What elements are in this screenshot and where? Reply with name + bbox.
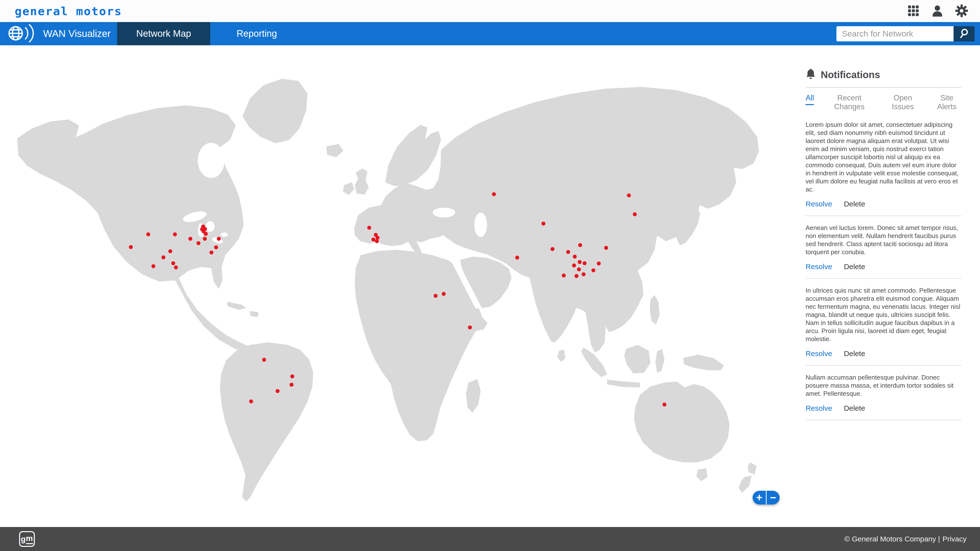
- delete-link[interactable]: Delete: [844, 200, 865, 208]
- site-marker[interactable]: [541, 222, 546, 225]
- site-marker[interactable]: [262, 358, 266, 362]
- site-marker[interactable]: [188, 237, 192, 241]
- divider: [805, 216, 961, 216]
- notification-item: In ultrices quis nunc sit amet commodo. …: [805, 286, 961, 365]
- zoom-in-button[interactable]: +: [752, 491, 766, 505]
- site-marker[interactable]: [597, 262, 601, 265]
- site-marker[interactable]: [290, 375, 294, 378]
- filter-site-alerts[interactable]: Site Alerts: [932, 94, 961, 113]
- zoom-out-button[interactable]: −: [766, 491, 780, 505]
- site-marker[interactable]: [367, 226, 371, 230]
- site-marker[interactable]: [627, 194, 631, 197]
- gm-logo-badge: gm: [19, 531, 35, 547]
- map-zoom-control: + −: [752, 491, 780, 505]
- site-marker[interactable]: [582, 272, 585, 276]
- app-title: WAN Visualizer: [43, 28, 111, 39]
- notification-text: Lorem ipsum dolor sit amet, consectetuer…: [805, 121, 961, 194]
- site-marker[interactable]: [173, 232, 177, 236]
- notifications-header: Notifications: [805, 68, 961, 81]
- site-marker[interactable]: [174, 265, 178, 269]
- apps-grid-icon: [907, 5, 920, 18]
- site-marker[interactable]: [566, 250, 570, 254]
- notification-item: Aenean vel luctus lorem. Donec sit amet …: [805, 224, 961, 279]
- user-icon: [931, 5, 944, 18]
- search-button[interactable]: [953, 26, 975, 41]
- resolve-link[interactable]: Resolve: [805, 262, 832, 271]
- delete-link[interactable]: Delete: [844, 404, 865, 412]
- app-navbar: WAN Visualizer Network Map Reporting: [0, 22, 980, 45]
- gm-wordmark[interactable]: general motors: [15, 5, 122, 18]
- filter-recent-changes[interactable]: Recent Changes: [825, 94, 873, 113]
- notifications-title: Notifications: [821, 69, 880, 80]
- network-search: [837, 22, 975, 45]
- site-marker[interactable]: [203, 237, 207, 241]
- privacy-link[interactable]: Privacy: [942, 535, 967, 543]
- site-marker[interactable]: [592, 268, 595, 272]
- globe-signal-icon: [7, 22, 37, 46]
- site-marker[interactable]: [550, 247, 554, 251]
- site-marker[interactable]: [275, 389, 280, 393]
- site-marker[interactable]: [492, 192, 496, 196]
- apps-grid-button[interactable]: [907, 5, 920, 18]
- site-marker[interactable]: [217, 237, 221, 241]
- site-marker[interactable]: [468, 326, 472, 329]
- footer-legal: © General Motors Company | Privacy: [845, 535, 967, 543]
- site-marker[interactable]: [210, 251, 213, 254]
- page-footer: gm © General Motors Company | Privacy: [0, 527, 980, 551]
- site-marker[interactable]: [146, 232, 150, 236]
- settings-button[interactable]: [955, 4, 968, 18]
- divider: [805, 365, 961, 365]
- divider: [805, 87, 961, 88]
- site-marker[interactable]: [151, 264, 155, 268]
- delete-link[interactable]: Delete: [844, 349, 865, 358]
- site-marker[interactable]: [161, 256, 165, 259]
- tab-network-map[interactable]: Network Map: [117, 22, 210, 45]
- resolve-link[interactable]: Resolve: [805, 404, 832, 412]
- site-marker[interactable]: [290, 383, 294, 387]
- tab-reporting[interactable]: Reporting: [210, 22, 303, 45]
- site-marker[interactable]: [633, 212, 637, 216]
- gm-logo-g: g: [21, 535, 26, 544]
- delete-link[interactable]: Delete: [844, 262, 865, 271]
- notification-filters: All Recent Changes Open Issues Site Aler…: [805, 94, 961, 113]
- site-marker[interactable]: [196, 241, 200, 245]
- site-marker[interactable]: [582, 261, 587, 265]
- notification-text: Aenean vel luctus lorem. Donec sit amet …: [805, 224, 961, 256]
- notification-text: In ultrices quis nunc sit amet commodo. …: [805, 286, 961, 343]
- site-marker[interactable]: [129, 245, 133, 249]
- search-input[interactable]: [837, 26, 953, 41]
- site-marker[interactable]: [604, 246, 608, 250]
- copyright-text: © General Motors Company |: [845, 535, 940, 543]
- app-brand: WAN Visualizer: [0, 22, 117, 45]
- site-marker[interactable]: [375, 239, 379, 243]
- site-marker[interactable]: [572, 264, 576, 267]
- site-marker[interactable]: [578, 243, 582, 247]
- site-marker[interactable]: [434, 294, 438, 298]
- notification-item: Nullam accumsan pellentesque pulvinar. D…: [805, 373, 961, 420]
- notifications-panel: Notifications All Recent Changes Open Is…: [805, 68, 961, 420]
- user-button[interactable]: [931, 5, 944, 18]
- site-marker[interactable]: [515, 256, 519, 260]
- site-marker[interactable]: [577, 267, 581, 272]
- notification-item: Lorem ipsum dolor sit amet, consectetuer…: [805, 121, 961, 216]
- filter-open-issues[interactable]: Open Issues: [885, 94, 921, 113]
- site-marker[interactable]: [214, 245, 218, 249]
- site-marker[interactable]: [204, 232, 208, 236]
- site-marker[interactable]: [171, 261, 175, 265]
- site-marker[interactable]: [574, 274, 578, 278]
- gear-icon: [955, 4, 968, 18]
- bell-icon: [805, 68, 816, 81]
- site-marker[interactable]: [573, 255, 577, 259]
- site-marker[interactable]: [562, 273, 566, 278]
- site-marker[interactable]: [578, 260, 582, 264]
- site-marker[interactable]: [442, 292, 445, 296]
- notification-text: Nullam accumsan pellentesque pulvinar. D…: [805, 373, 961, 398]
- top-header: general motors: [0, 0, 980, 22]
- site-marker[interactable]: [168, 249, 172, 253]
- divider: [805, 278, 961, 279]
- filter-all[interactable]: All: [805, 94, 814, 105]
- resolve-link[interactable]: Resolve: [805, 349, 832, 358]
- site-marker[interactable]: [662, 403, 667, 407]
- site-marker[interactable]: [249, 399, 253, 403]
- resolve-link[interactable]: Resolve: [805, 200, 832, 208]
